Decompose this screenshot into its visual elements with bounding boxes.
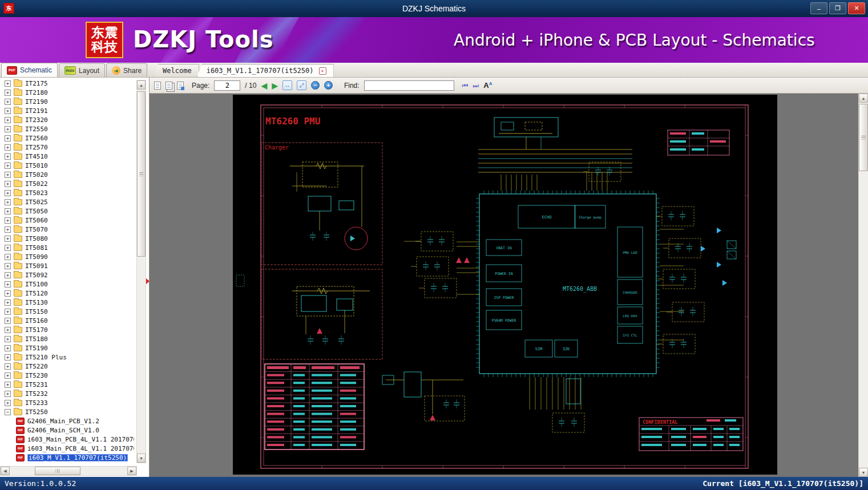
tree-folder-it5025[interactable]: +IT5025 [0,197,134,206]
expander-icon[interactable]: + [5,263,11,269]
tree-folder-it5081[interactable]: +IT5081 [0,243,134,252]
tree-folder-it5150[interactable]: +IT5150 [0,307,134,316]
expander-icon[interactable]: + [5,208,11,214]
tree-folder-it2560[interactable]: +IT2560 [0,133,134,143]
expander-icon[interactable]: + [5,336,11,342]
expander-icon[interactable]: + [5,90,11,96]
tree-folder-it5180[interactable]: +IT5180 [0,334,134,343]
tree-folder-it5232[interactable]: +IT5232 [0,389,134,398]
scroll-left-icon[interactable]: ◀ [1,467,10,475]
tree-folder-it5080[interactable]: +IT5080 [0,234,134,243]
tree-folder-it5230[interactable]: +IT5230 [0,371,134,380]
tree-folder-it2180[interactable]: +IT2180 [0,88,134,97]
expander-icon[interactable]: + [5,135,11,141]
zoom-in-icon[interactable]: + [324,81,333,90]
expander-icon[interactable]: + [5,199,11,205]
find-input[interactable] [364,80,454,91]
scroll-down-icon[interactable]: ▼ [859,468,868,477]
tree-file[interactable]: PDFi603_M_V1.1_170707(it5250) [0,453,134,462]
tree-file[interactable]: PDFi603_Main_PCB_4L_V1.1 20170707 [0,435,134,444]
expander-icon[interactable]: + [5,80,11,87]
tree-folder-it5023[interactable]: +IT5023 [0,188,134,197]
close-tab-icon[interactable]: ✕ [319,67,326,75]
font-size-icon[interactable]: AA [483,81,492,90]
tree-folder-it5090[interactable]: +IT5090 [0,252,134,261]
expander-icon[interactable]: + [5,181,11,187]
tab-layout[interactable]: PADS Layout [59,63,105,77]
tree-folder-it5010[interactable]: +IT5010 [0,161,134,170]
scroll-right-icon[interactable]: ▶ [127,467,136,475]
tree-folder-it4510[interactable]: +IT4510 [0,152,134,161]
expander-icon[interactable]: + [5,281,11,287]
expander-icon[interactable]: + [5,382,11,388]
maximize-button[interactable]: ❐ [829,2,846,14]
scroll-up-icon[interactable]: ▲ [859,94,868,103]
tab-schematic[interactable]: PDF Schematic [1,63,58,77]
expander-icon[interactable]: + [5,290,11,297]
tree-folder-it5050[interactable]: +IT5050 [0,206,134,216]
expander-icon[interactable]: + [5,327,11,333]
tree-folder-it5020[interactable]: +IT5020 [0,170,134,179]
expander-icon[interactable]: + [5,299,11,306]
tree-file[interactable]: PDFi603_Main_PCB_4L_V1.1 20170707 [0,444,134,453]
find-previous-icon[interactable]: ⏮ [462,82,469,89]
expander-icon[interactable]: + [5,172,11,178]
tree-folder-it5022[interactable]: +IT5022 [0,179,134,188]
tree-folder-it2191[interactable]: +IT2191 [0,106,134,115]
expander-icon[interactable]: + [5,363,11,370]
zoom-out-icon[interactable]: − [311,81,320,90]
tree-folder-it2550[interactable]: +IT2550 [0,124,134,133]
expander-icon[interactable]: + [5,108,11,114]
expander-icon[interactable]: + [5,309,11,315]
expander-icon[interactable]: + [5,245,11,251]
tree-folder-it5070[interactable]: +IT5070 [0,225,134,234]
expander-icon[interactable]: + [5,272,11,278]
tree-folder-it5092[interactable]: +IT5092 [0,270,134,280]
scroll-up-icon[interactable]: ▲ [137,80,146,90]
sidebar-horizontal-scrollbar[interactable]: ◀ ▶ [0,466,137,476]
page-input[interactable] [214,80,240,91]
expander-icon[interactable]: + [5,126,11,132]
expander-icon[interactable]: + [5,345,11,351]
tree-folder-it2190[interactable]: +IT2190 [0,97,134,106]
doc-tab-welcome[interactable]: Welcome [153,64,199,77]
tree-folder-it5233[interactable]: +IT5233 [0,398,134,407]
tree-folder-it5220[interactable]: +IT5220 [0,362,134,371]
doc-tab-current[interactable]: i603_M_V1.1_170707(it5250) ✕ [197,64,334,77]
expander-icon[interactable]: + [5,99,11,105]
tree-folder-it5120[interactable]: +IT5120 [0,289,134,298]
tree-folder-it5160[interactable]: +IT5160 [0,316,134,325]
scroll-down-icon[interactable]: ▼ [137,453,146,463]
expander-icon[interactable]: + [5,144,11,151]
copy-page-icon[interactable] [165,82,172,90]
title-bar[interactable]: 东 DZKJ Schematics – ❐ ✕ [0,0,868,17]
tree-file[interactable]: PDFG2406_Main_PCB_V1.2 [0,416,134,426]
tree-folder-it5190[interactable]: +IT5190 [0,343,134,353]
expander-icon[interactable]: + [5,153,11,160]
expander-icon[interactable]: + [5,372,11,379]
fit-page-icon[interactable]: ⤢ [297,80,306,90]
previous-page-icon[interactable]: ◀ [261,82,267,90]
expander-icon[interactable]: + [5,354,11,361]
expander-icon[interactable]: + [5,318,11,324]
scrollbar-thumb[interactable] [859,104,868,171]
tab-share[interactable]: ➜ Share [106,63,147,77]
tree-folder-it5231[interactable]: +IT5231 [0,380,134,389]
expander-icon[interactable]: + [5,254,11,260]
viewer-vertical-scrollbar[interactable]: ▲ ▼ [858,94,868,477]
minimize-button[interactable]: – [810,2,827,14]
expander-icon[interactable]: + [5,117,11,123]
tree-folder-it5210-plus[interactable]: +IT5210 Plus [0,353,134,362]
close-button[interactable]: ✕ [848,2,865,14]
scrollbar-thumb[interactable] [137,91,146,257]
tree-folder-it5130[interactable]: +IT5130 [0,298,134,307]
schematic-canvas[interactable]: MT6260 PMU Charger [233,95,777,475]
expander-icon[interactable]: + [5,400,11,406]
tree-folder-it2570[interactable]: +IT2570 [0,143,134,152]
tree-folder-it5250[interactable]: −IT5250 [0,407,134,416]
tree-folder-it2175[interactable]: +IT2175 [0,79,134,88]
tree-folder-it5091[interactable]: +IT5091 [0,261,134,270]
tree-file[interactable]: PDFG2406_Main_SCH_V1.0 [0,426,134,435]
expander-icon[interactable]: + [5,217,11,224]
expander-icon[interactable]: + [5,190,11,196]
